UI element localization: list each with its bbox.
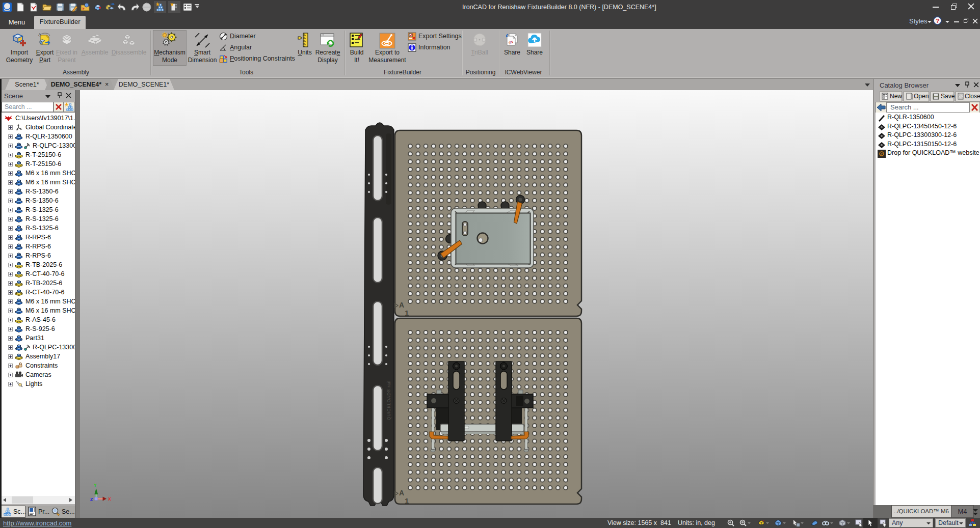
svg-text:QUICKLOAD® rail: QUICKLOAD® rail (386, 380, 391, 420)
svg-text:A: A (399, 489, 404, 497)
svg-text:.js: .js (508, 39, 513, 44)
svg-text:1: 1 (405, 309, 409, 317)
svg-text:X: X (108, 496, 111, 502)
svg-text:A: A (399, 301, 404, 309)
svg-text:Y: Y (94, 483, 97, 488)
svg-text:Z: Z (90, 497, 93, 502)
svg-text:1: 1 (405, 496, 409, 505)
svg-text:?: ? (936, 18, 939, 24)
svg-text:A: A (38, 32, 41, 37)
